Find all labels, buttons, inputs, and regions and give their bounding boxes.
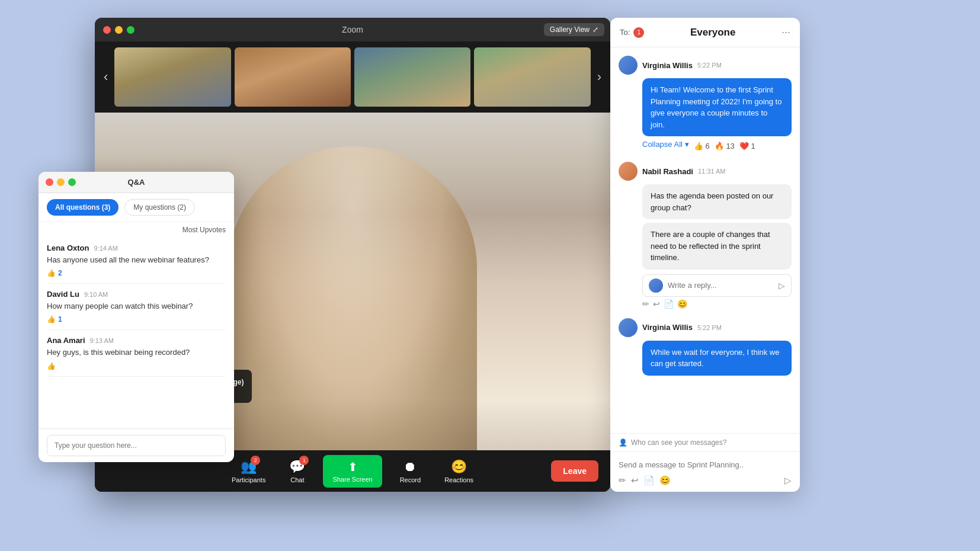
collapse-all-label: Collapse All — [642, 140, 683, 149]
title-bar: Zoom Gallery View ⤢ — [95, 18, 610, 41]
msg-1-reactions: Collapse All ▾ 👍 6 🔥 13 ❤️ 1 — [642, 140, 792, 152]
thumbnail-1[interactable] — [114, 47, 230, 107]
record-icon: ⏺ — [403, 459, 417, 475]
qa-sort: Most Upvotes — [39, 222, 234, 234]
share-screen-icon: ⬆ — [348, 460, 358, 474]
qa-sort-label[interactable]: Most Upvotes — [182, 226, 226, 234]
chat-input[interactable] — [619, 458, 792, 472]
q3-header: Ana Amari 9:13 AM — [47, 336, 226, 345]
reply-emoji-icon[interactable]: 😊 — [677, 299, 687, 309]
chat-attach-icon[interactable]: 📄 — [643, 475, 655, 486]
msg-2-time: 11:31 AM — [698, 168, 725, 175]
reaction-fire: 🔥 13 — [715, 142, 735, 150]
participants-badge: 2 — [251, 456, 260, 465]
chat-header: To: 1 Everyone ··· — [610, 18, 800, 47]
reaction-thumbs: 👍 6 — [694, 142, 710, 150]
reactions-icon: 😊 — [451, 459, 467, 475]
q1-time: 9:14 AM — [94, 245, 118, 252]
reply-input-row: ▷ — [642, 274, 792, 297]
maximize-dot[interactable] — [127, 26, 134, 34]
chat-message-1: Virginia Willis 5:22 PM Hi Team! Welcome… — [619, 56, 792, 152]
record-label: Record — [400, 476, 421, 483]
next-nav[interactable]: › — [594, 69, 604, 85]
person-silhouette — [228, 146, 477, 450]
msg-1-text: Hi Team! Welcome to the first Sprint Pla… — [642, 78, 792, 136]
reply-format-icon[interactable]: ✏ — [642, 299, 649, 309]
gallery-view-label: Gallery View — [550, 25, 590, 34]
qa-input[interactable] — [47, 435, 226, 456]
visibility-icon: 👤 — [619, 438, 627, 447]
msg-2-text-2: There are a couple of changes that need … — [642, 223, 792, 270]
record-button[interactable]: ⏺ Record — [394, 456, 427, 486]
reactions-button[interactable]: 😊 Reactions — [438, 456, 479, 486]
chevron-down-icon: ▾ — [685, 140, 689, 149]
reactions-label: Reactions — [444, 476, 473, 483]
chat-input-icons: ✏ ↩ 📄 😊 ▷ — [619, 475, 792, 486]
q2-time: 9:10 AM — [84, 291, 108, 298]
q1-like[interactable]: 👍 2 — [47, 269, 226, 277]
qa-input-area — [39, 428, 234, 462]
q1-count: 2 — [58, 269, 62, 277]
msg-2-text-1: Has the agenda been posted on our group … — [642, 184, 792, 219]
qa-minimize-dot[interactable] — [57, 178, 65, 186]
q2-text: How many people can watch this webinar? — [47, 301, 226, 312]
chat-messages: Virginia Willis 5:22 PM Hi Team! Welcome… — [610, 47, 800, 433]
qa-tab-my[interactable]: My questions (2) — [124, 199, 195, 216]
chat-button[interactable]: 💬 1 Chat — [283, 456, 311, 486]
msg-3-header: Virginia Willis 5:22 PM — [619, 318, 792, 337]
msg-1-time: 5:22 PM — [697, 62, 722, 69]
thumbs-up-icon-3: 👍 — [47, 362, 56, 370]
chat-label: Chat — [290, 476, 304, 483]
chat-format-icon[interactable]: ✏ — [619, 475, 626, 486]
chat-to-badge: 1 — [633, 27, 644, 38]
chat-emoji-icon[interactable]: 😊 — [659, 475, 671, 486]
thumbnail-4[interactable] — [474, 47, 590, 107]
prev-nav[interactable]: ‹ — [101, 69, 111, 85]
thumbnail-2[interactable] — [235, 47, 351, 107]
qa-maximize-dot[interactable] — [68, 178, 76, 186]
thumbnail-3[interactable] — [354, 47, 470, 107]
q3-like[interactable]: 👍 — [47, 362, 226, 370]
share-screen-label: Share Screen — [332, 476, 372, 483]
q2-like[interactable]: 👍 1 — [47, 315, 226, 323]
chat-send-icon[interactable]: ▷ — [784, 475, 792, 486]
msg-1-sender: Virginia Willis — [642, 61, 693, 70]
reaction-heart: ❤️ 1 — [739, 142, 755, 150]
chat-input-area: ✏ ↩ 📄 😊 ▷ — [610, 452, 800, 492]
reply-attach-icon[interactable]: 📄 — [664, 299, 674, 309]
reply-send-icon[interactable]: ▷ — [779, 281, 785, 290]
reply-box: ▷ ✏ ↩ 📄 😊 — [642, 274, 792, 309]
nabil-avatar — [619, 162, 638, 181]
minimize-dot[interactable] — [115, 26, 123, 34]
reply-input[interactable] — [668, 281, 774, 290]
reply-quote-icon[interactable]: ↩ — [653, 299, 660, 309]
thumbnails-row: ‹ › — [95, 41, 610, 113]
share-screen-button[interactable]: ⬆ Share Screen — [323, 455, 382, 488]
chat-more-button[interactable]: ··· — [782, 26, 790, 39]
gallery-view-button[interactable]: Gallery View ⤢ — [544, 23, 604, 36]
qa-close-dot[interactable] — [46, 178, 53, 186]
thumbs-up-icon-2: 👍 — [47, 315, 56, 323]
qa-questions: Lena Oxton 9:14 AM Has anyone used all t… — [39, 234, 234, 428]
q3-name: Ana Amari — [47, 336, 85, 345]
close-dot[interactable] — [103, 26, 111, 34]
chat-to-label: To: — [620, 28, 630, 37]
q3-time: 9:13 AM — [90, 337, 114, 344]
window-title: Zoom — [342, 25, 363, 34]
msg-2-header: Nabil Rashadi 11:31 AM — [619, 162, 792, 181]
qa-title: Q&A — [128, 178, 145, 187]
expand-icon: ⤢ — [593, 25, 598, 34]
qa-question-2: David Lu 9:10 AM How many people can wat… — [47, 284, 226, 330]
participants-button[interactable]: 👥 2 Participants — [226, 456, 271, 486]
q3-text: Hey guys, is this webinar being recorded… — [47, 347, 226, 358]
virginia-avatar-2 — [619, 318, 638, 337]
q1-text: Has anyone used all the new webinar feat… — [47, 255, 226, 265]
collapse-all[interactable]: Collapse All ▾ — [642, 140, 689, 149]
msg-2-sender: Nabil Rashadi — [642, 167, 693, 176]
q1-name: Lena Oxton — [47, 244, 89, 252]
leave-button[interactable]: Leave — [551, 460, 598, 482]
chat-quote-icon[interactable]: ↩ — [631, 475, 639, 486]
chat-message-2: Nabil Rashadi 11:31 AM Has the agenda be… — [619, 162, 792, 309]
visibility-label: Who can see your messages? — [631, 438, 726, 447]
qa-tab-all[interactable]: All questions (3) — [47, 199, 119, 216]
